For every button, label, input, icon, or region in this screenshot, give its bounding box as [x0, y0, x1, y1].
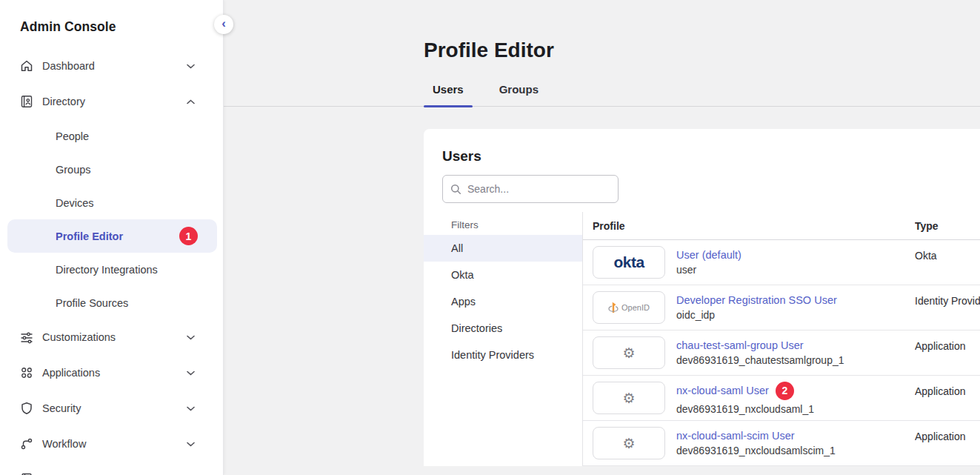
type-cell: Application [915, 330, 980, 352]
gear-icon: ⚙ [622, 346, 635, 360]
tab-groups[interactable]: Groups [490, 83, 547, 106]
sidebar-item-groups[interactable]: Groups [7, 153, 217, 186]
sidebar-item-customizations[interactable]: Customizations [0, 319, 223, 355]
profile-name: chau-test-saml-group User [676, 339, 804, 351]
filter-all[interactable]: All [424, 235, 582, 262]
type-cell: Okta [915, 240, 980, 262]
type-cell: Identity Provider [915, 285, 980, 307]
profile-link[interactable]: User (default) [676, 249, 741, 261]
table-row: ⚙ nx-cloud-saml User 2 dev86931619_nxclo… [583, 376, 980, 421]
profile-cell: ⚙ nx-cloud-saml-scim User dev86931619_nx… [593, 427, 915, 459]
tab-label: Groups [499, 83, 539, 96]
sidebar-item-people[interactable]: People [7, 119, 217, 153]
tab-users[interactable]: Users [424, 83, 473, 106]
column-header-type: Type [915, 220, 980, 232]
users-panel: Users Filters All Okta Apps Direct [424, 129, 980, 466]
openid-logo-text: OpenID [621, 303, 650, 312]
reports-icon [20, 472, 33, 475]
sidebar-nav: Dashboard Directory People Groups Device… [0, 48, 223, 475]
panel-body: Filters All Okta Apps Directories Identi… [424, 212, 980, 466]
okta-logo-text: okta [613, 253, 644, 271]
sidebar-item-directory-integrations[interactable]: Directory Integrations [7, 253, 217, 286]
sidebar-item-security[interactable]: Security [0, 391, 223, 426]
app-logo-box: ⚙ [593, 336, 665, 369]
chevron-down-icon [187, 371, 195, 376]
profile-cell: ⚙ chau-test-saml-group User dev86931619_… [593, 336, 915, 369]
profile-text: Developer Registration SSO User oidc_idp [676, 294, 837, 321]
sidebar-item-workflow[interactable]: Workflow [0, 426, 223, 462]
profile-id: oidc_idp [676, 309, 837, 321]
filter-label: All [451, 242, 463, 254]
id-badge-icon [20, 95, 33, 108]
tab-label: Users [433, 83, 464, 96]
sidebar-item-profile-sources[interactable]: Profile Sources [7, 286, 217, 319]
sidebar-item-label: Dashboard [42, 60, 95, 72]
annotation-badge-2: 2 [776, 382, 794, 400]
sidebar-item-applications[interactable]: Applications [0, 355, 223, 391]
profile-link[interactable]: nx-cloud-saml User 2 [676, 382, 814, 400]
sidebar-item-label: Groups [56, 164, 91, 176]
sidebar-item-partial[interactable] [0, 462, 223, 475]
sidebar-item-dashboard[interactable]: Dashboard [0, 48, 223, 84]
column-header-profile: Profile [593, 220, 915, 232]
profile-text: nx-cloud-saml-scim User dev86931619_nxcl… [676, 430, 836, 456]
sliders-icon [20, 330, 33, 344]
filter-apps[interactable]: Apps [424, 288, 582, 315]
profile-id: dev86931619_chautestsamlgroup_1 [676, 354, 844, 366]
sidebar-item-label: Security [42, 402, 81, 414]
type-cell: Application [915, 376, 980, 397]
app-title: Admin Console [0, 0, 223, 35]
profile-link[interactable]: chau-test-saml-group User [676, 339, 844, 351]
sidebar-item-label: Profile Sources [56, 297, 128, 309]
sidebar-item-label: Applications [42, 367, 100, 379]
sidebar-item-label: Profile Editor [56, 230, 123, 242]
profile-text: nx-cloud-saml User 2 dev86931619_nxcloud… [676, 382, 814, 415]
table-row: ⚙ chau-test-saml-group User dev86931619_… [583, 330, 980, 376]
table-row: OpenID Developer Registration SSO User o… [583, 285, 980, 330]
workflow-icon [20, 437, 33, 451]
sidebar-item-label: Directory [42, 96, 85, 107]
page-title: Profile Editor [424, 39, 980, 62]
filter-directories[interactable]: Directories [424, 315, 582, 342]
filter-label: Okta [451, 269, 474, 281]
profile-link[interactable]: Developer Registration SSO User [676, 294, 837, 306]
openid-logo: OpenID [593, 291, 665, 324]
chevron-down-icon [187, 442, 195, 447]
profile-id: user [676, 264, 741, 276]
profile-cell: OpenID Developer Registration SSO User o… [593, 291, 915, 324]
sidebar-item-profile-editor[interactable]: Profile Editor 1 [7, 219, 217, 253]
sidebar-collapse-button[interactable]: ‹ [214, 15, 233, 34]
sidebar-item-label: People [56, 130, 89, 142]
sidebar-item-label: Workflow [42, 438, 86, 450]
search-input[interactable] [467, 183, 610, 195]
search-icon [450, 184, 461, 195]
profile-name: nx-cloud-saml User [676, 385, 769, 396]
search-box [442, 175, 619, 203]
chevron-down-icon [187, 406, 195, 411]
sidebar: Admin Console Dashboard Directory People… [0, 0, 224, 475]
filter-identity-providers[interactable]: Identity Providers [424, 342, 582, 368]
chevron-down-icon [187, 335, 195, 340]
chevron-up-icon [187, 99, 195, 104]
sidebar-item-directory[interactable]: Directory [0, 84, 223, 119]
annotation-badge-1: 1 [179, 227, 198, 245]
app-logo-box: ⚙ [593, 382, 665, 414]
profile-name: Developer Registration SSO User [676, 294, 837, 306]
filters-panel: Filters All Okta Apps Directories Identi… [424, 212, 583, 466]
page-header: Profile Editor [224, 0, 980, 62]
chevron-down-icon [187, 64, 195, 69]
profile-id: dev86931619_nxcloudsamlscim_1 [676, 445, 836, 456]
profile-text: User (default) user [676, 249, 741, 276]
openid-mark-icon [608, 302, 619, 313]
chevron-left-icon: ‹ [221, 16, 226, 31]
apps-grid-icon [20, 366, 33, 379]
filter-okta[interactable]: Okta [424, 262, 582, 288]
app-logo-box: ⚙ [593, 427, 665, 459]
table-row: okta User (default) user Okta [583, 240, 980, 285]
sidebar-item-devices[interactable]: Devices [7, 186, 217, 219]
profile-link[interactable]: nx-cloud-saml-scim User [676, 430, 836, 442]
table-header: Profile Type [583, 212, 980, 240]
profile-cell: okta User (default) user [593, 246, 915, 279]
home-icon [20, 59, 33, 73]
sidebar-item-label: Customizations [42, 331, 116, 343]
